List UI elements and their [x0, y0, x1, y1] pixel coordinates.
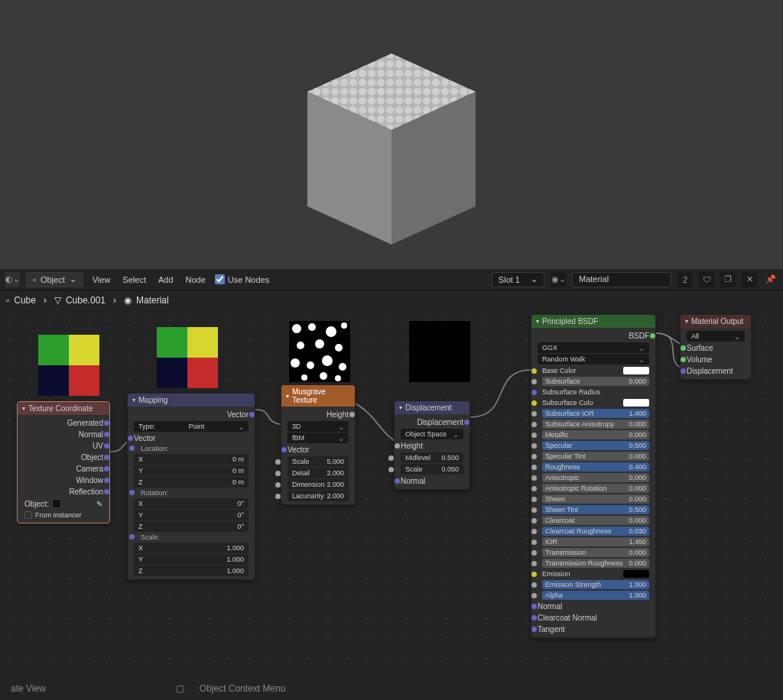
menu-select[interactable]: Select — [119, 275, 149, 284]
socket-base-color[interactable]: Base Color — [534, 365, 652, 376]
field-midlevel[interactable]: Midlevel0.500 — [401, 452, 463, 463]
socket-clearcoat-roughness[interactable]: Clearcoat Roughness0.030 — [534, 526, 652, 536]
socket-clearcoat[interactable]: Clearcoat0.000 — [534, 515, 652, 526]
socket-vector-out[interactable]: Vector — [131, 409, 252, 420]
use-nodes-checkbox[interactable]: Use Nodes — [215, 274, 269, 284]
menu-view[interactable]: View — [89, 275, 114, 284]
mapping-type[interactable]: Type:Point — [134, 421, 249, 432]
socket-ior[interactable]: IOR1.450 — [534, 536, 652, 547]
node-principled-bsdf[interactable]: ▾Principled BSDF BSDF GGX Random Walk Ba… — [531, 314, 656, 638]
socket-normal[interactable]: Normal — [534, 601, 652, 612]
displacement-preview — [409, 321, 470, 382]
bsdf-subsurface-method[interactable]: Random Walk — [538, 354, 649, 365]
socket-sheen[interactable]: Sheen0.000 — [534, 494, 652, 504]
svg-rect-11 — [157, 358, 187, 388]
socket-subsurface-anisotropy[interactable]: Subsurface Anisotropy0.000 — [534, 419, 652, 429]
socket-volume[interactable]: Volume — [684, 354, 748, 365]
svg-point-16 — [326, 326, 336, 337]
socket-metallic[interactable]: Metallic0.000 — [534, 429, 652, 440]
node-texture-coordinate[interactable]: ▾Texture Coordinate Generated Normal UV … — [17, 401, 110, 523]
socket-subsurface[interactable]: Subsurface0.000 — [534, 376, 652, 387]
bsdf-distribution[interactable]: GGX — [538, 342, 649, 353]
svg-point-14 — [292, 324, 301, 333]
displacement-space[interactable]: Object Space — [401, 429, 463, 439]
node-material-output[interactable]: ▾Material Output All Surface Volume Disp… — [680, 314, 752, 380]
node-displacement[interactable]: ▾Displacement Displacement Object Space … — [394, 400, 470, 490]
socket-generated[interactable]: Generated — [21, 417, 106, 429]
socket-vector-in[interactable]: Vector — [131, 433, 252, 444]
svg-point-25 — [301, 374, 307, 381]
socket-vector-in[interactable]: Vector — [284, 444, 352, 455]
unlink-material-button[interactable]: ✕ — [742, 272, 757, 287]
output-target[interactable]: All — [687, 331, 745, 342]
material-name-field[interactable]: Material — [572, 272, 671, 287]
socket-clearcoat-normal[interactable]: Clearcoat Normal — [534, 612, 652, 624]
socket-transmission-roughness[interactable]: Transmission Roughness0.000 — [534, 558, 652, 569]
svg-point-22 — [307, 361, 314, 369]
socket-window[interactable]: Window — [21, 475, 106, 486]
socket-reflection[interactable]: Reflection — [21, 486, 106, 497]
socket-subsurface-color[interactable]: Subsurface Colo — [534, 397, 652, 408]
socket-roughness[interactable]: Roughness0.400 — [534, 462, 652, 472]
material-users[interactable]: 2 — [677, 272, 693, 287]
socket-normal-in[interactable]: Normal — [398, 475, 466, 487]
socket-specular-tint[interactable]: Specular Tint0.000 — [534, 451, 652, 462]
node-mapping[interactable]: ▾Mapping Vector Type:Point Vector Locati… — [127, 393, 255, 580]
svg-rect-7 — [38, 365, 69, 396]
socket-emission[interactable]: Emission — [534, 569, 652, 579]
socket-anisotropic[interactable]: Anisotropic0.000 — [534, 472, 652, 483]
socket-surface[interactable]: Surface — [684, 342, 748, 354]
socket-normal[interactable]: Normal — [21, 429, 106, 440]
bc-data[interactable]: ▽ Cube.001 — [54, 295, 106, 306]
menu-add[interactable]: Add — [155, 275, 177, 284]
socket-subsurface-radius[interactable]: Subsurface Radius — [534, 387, 652, 397]
bc-object[interactable]: ▫ Cube — [6, 295, 36, 306]
node-editor-header: ◐⌄ ▫ Object ⌄ View Select Add Node Use N… — [0, 269, 783, 290]
from-instancer-checkbox[interactable]: From Instancer — [21, 510, 106, 520]
fake-user-button[interactable]: 🛡 — [699, 272, 714, 287]
node-editor-area[interactable]: ▾Texture Coordinate Generated Normal UV … — [0, 310, 783, 677]
pin-button[interactable]: 📌 — [763, 272, 778, 287]
socket-displacement-out[interactable]: Displacement — [398, 416, 466, 428]
socket-tangent[interactable]: Tangent — [534, 624, 652, 635]
eyedropper-icon: ✎ — [96, 500, 102, 508]
socket-alpha[interactable]: Alpha1.000 — [534, 590, 652, 601]
svg-point-24 — [339, 363, 346, 371]
new-material-button[interactable]: ❐ — [720, 272, 736, 287]
bc-material[interactable]: ◉ Material — [124, 295, 169, 306]
svg-point-20 — [335, 344, 343, 352]
svg-rect-6 — [69, 335, 99, 365]
svg-rect-12 — [187, 358, 218, 388]
socket-uv[interactable]: UV — [21, 440, 106, 452]
field-scale[interactable]: Scale0.050 — [401, 464, 463, 475]
socket-object[interactable]: Object — [21, 452, 106, 463]
musgrave-type[interactable]: fBM — [288, 433, 349, 443]
material-browse-button[interactable]: ◉⌄ — [551, 272, 566, 287]
field-scale[interactable]: Scale5.000 — [288, 456, 349, 467]
socket-camera[interactable]: Camera — [21, 463, 106, 475]
svg-point-17 — [341, 322, 347, 329]
svg-point-26 — [320, 372, 327, 380]
socket-emission-strength[interactable]: Emission Strength1.000 — [534, 579, 652, 590]
socket-anisotropic-rotation[interactable]: Anisotropic Rotation0.000 — [534, 483, 652, 494]
socket-bsdf-out[interactable]: BSDF — [534, 330, 652, 342]
socket-subsurface-ior[interactable]: Subsurface IOR1.400 — [534, 408, 652, 419]
object-picker[interactable]: Object:✎ — [21, 497, 106, 510]
socket-height-in[interactable]: Height — [398, 440, 466, 452]
node-musgrave-texture[interactable]: ▾Musgrave Texture Height 3D fBM Vector S… — [281, 384, 356, 505]
slot-select[interactable]: Slot 1 ⌄ — [492, 272, 544, 287]
socket-sheen-tint[interactable]: Sheen Tint0.500 — [534, 504, 652, 515]
menu-node[interactable]: Node — [183, 275, 209, 284]
socket-transmission[interactable]: Transmission0.000 — [534, 547, 652, 558]
field-lacunarity[interactable]: Lacunarity2.000 — [288, 491, 349, 501]
field-detail[interactable]: Detail2.000 — [288, 468, 349, 478]
field-dimension[interactable]: Dimension2.000 — [288, 479, 349, 490]
object-mode-dropdown[interactable]: ▫ Object ⌄ — [26, 272, 83, 287]
svg-point-27 — [335, 375, 341, 381]
socket-displacement-in[interactable]: Displacement — [684, 365, 748, 377]
viewport-3d[interactable] — [0, 0, 783, 269]
socket-height-out[interactable]: Height — [284, 409, 352, 420]
musgrave-dim[interactable]: 3D — [288, 421, 349, 432]
editor-type-dropdown[interactable]: ◐⌄ — [5, 272, 20, 287]
socket-specular[interactable]: Specular0.500 — [534, 440, 652, 451]
